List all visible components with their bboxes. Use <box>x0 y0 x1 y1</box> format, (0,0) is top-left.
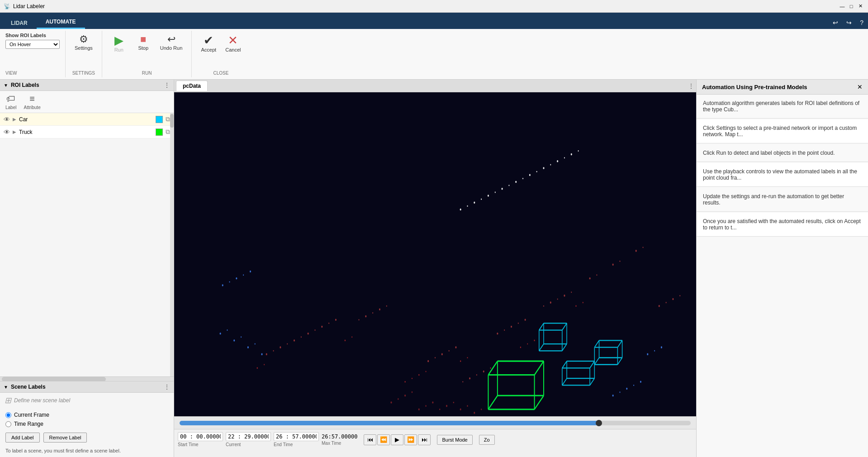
label-row-car[interactable]: 👁 ▶ Car ⧉ <box>0 113 174 126</box>
current-time-field: Current <box>226 432 271 447</box>
undo-run-button[interactable]: ↩ Undo Run <box>157 33 186 52</box>
label-list: 👁 ▶ Car ⧉ 👁 ▶ Truck ⧉ <box>0 113 174 138</box>
car-color-swatch[interactable] <box>156 116 163 123</box>
zoom-button[interactable]: Zo <box>479 435 495 445</box>
tab-lidar[interactable]: LIDAR <box>2 17 37 29</box>
max-time-label: Max Time <box>322 441 341 446</box>
timeline-thumb[interactable] <box>596 420 602 426</box>
truck-label-name: Truck <box>19 129 153 135</box>
svg-point-45 <box>672 298 674 300</box>
svg-point-60 <box>575 305 576 307</box>
add-scene-placeholder: Define new scene label <box>14 397 70 404</box>
tab-automate[interactable]: AUTOMATE <box>37 16 85 29</box>
timeline-fill <box>180 421 599 425</box>
time-range-radio[interactable] <box>5 421 11 427</box>
point-cloud-canvas[interactable] <box>174 92 696 416</box>
svg-point-90 <box>243 274 244 276</box>
label-list-scrollbar[interactable] <box>170 113 174 376</box>
burst-mode-button[interactable]: Burst Mode <box>437 435 472 445</box>
scene-section-header: ▼ Scene Labels ⋮ <box>0 381 174 393</box>
svg-point-28 <box>504 329 505 331</box>
help-button[interactable]: ? <box>857 18 866 27</box>
start-time-input[interactable] <box>178 432 223 441</box>
roi-dropdown[interactable]: On Hover Always Never <box>5 40 60 49</box>
svg-point-78 <box>571 153 572 156</box>
svg-point-107 <box>439 409 440 410</box>
tab-right-controls: ↩ ↪ ? <box>830 18 866 29</box>
attribute-tool[interactable]: ≡ Attribute <box>24 94 40 110</box>
timeline-area: Start Time Current End Time 26:57.00000 … <box>174 416 696 457</box>
timeline-track[interactable] <box>180 421 691 425</box>
label-row-truck[interactable]: 👁 ▶ Truck ⧉ <box>0 126 174 138</box>
go-to-end-button[interactable]: ⏭ <box>418 434 431 445</box>
svg-point-93 <box>619 391 620 393</box>
viewport-tab-pcdata[interactable]: pcData <box>176 81 208 91</box>
prev-frame-button[interactable]: ⏪ <box>377 434 390 445</box>
panel-icon-bar: 🏷 Label ≡ Attribute <box>0 91 174 113</box>
remove-label-button[interactable]: Remove Label <box>43 433 87 443</box>
undo-button[interactable]: ↩ <box>830 18 841 27</box>
scene-more-button[interactable]: ⋮ <box>164 383 170 390</box>
end-time-field: End Time <box>274 432 319 447</box>
svg-point-94 <box>626 388 627 390</box>
svg-point-58 <box>527 343 528 345</box>
play-button[interactable]: ▶ <box>391 434 403 445</box>
tab-bar: LIDAR AUTOMATE ↩ ↪ ? <box>0 13 868 29</box>
roi-section-header: ▼ ROI Labels ⋮ <box>0 80 174 91</box>
svg-point-97 <box>647 353 648 356</box>
time-range-label: Time Range <box>14 421 43 427</box>
current-frame-radio[interactable] <box>5 412 11 418</box>
timeline-slider-bar <box>174 417 696 429</box>
truck-copy-icon[interactable]: ⧉ <box>166 128 170 136</box>
visibility-truck-icon[interactable]: 👁 <box>4 129 10 136</box>
scene-chevron: ▼ <box>4 385 8 390</box>
svg-point-31 <box>525 319 526 321</box>
svg-point-46 <box>679 295 680 296</box>
right-panel-close-button[interactable]: ✕ <box>857 83 863 90</box>
car-chevron: ▶ <box>13 117 16 122</box>
svg-point-98 <box>654 350 655 352</box>
close-button[interactable]: ✕ <box>856 2 864 10</box>
svg-point-87 <box>222 284 223 286</box>
redo-button[interactable]: ↪ <box>844 18 854 27</box>
go-to-start-button[interactable]: ⏮ <box>364 434 376 445</box>
minimize-button[interactable]: — <box>838 2 846 10</box>
end-time-input[interactable] <box>274 432 319 441</box>
add-label-button[interactable]: Add Label <box>5 433 40 443</box>
app-title: Lidar Labeler <box>13 3 45 10</box>
svg-point-76 <box>557 160 558 162</box>
accept-button[interactable]: ✔ Accept <box>197 33 220 54</box>
scene-section-title: Scene Labels <box>11 384 46 390</box>
run-section-label: RUN <box>142 71 152 76</box>
svg-point-10 <box>328 323 329 324</box>
truck-color-swatch[interactable] <box>156 129 163 136</box>
maximize-button[interactable]: □ <box>847 2 855 10</box>
run-button[interactable]: ▶ Run <box>108 33 130 54</box>
left-panel: ▼ ROI Labels ⋮ 🏷 Label ≡ Attribute 👁 ▶ <box>0 80 174 457</box>
viewport-menu-button[interactable]: ⋮ <box>688 82 694 90</box>
label-tool[interactable]: 🏷 Label <box>5 94 16 110</box>
start-time-field: Start Time <box>178 432 223 447</box>
svg-point-85 <box>255 343 256 345</box>
svg-point-29 <box>511 326 512 328</box>
roi-more-button[interactable]: ⋮ <box>164 81 170 89</box>
svg-point-63 <box>467 205 468 207</box>
settings-button[interactable]: ⚙ Settings <box>71 33 96 52</box>
svg-point-8 <box>314 329 315 331</box>
svg-point-19 <box>441 353 443 356</box>
svg-point-12 <box>358 319 359 320</box>
car-copy-icon[interactable]: ⧉ <box>166 115 170 123</box>
time-range-radio-row: Time Range <box>5 421 168 427</box>
svg-point-70 <box>515 181 517 183</box>
horizontal-scrollbar[interactable] <box>0 376 174 381</box>
svg-point-57 <box>520 347 521 348</box>
automation-step-4: Update the settings and re-run the autom… <box>697 188 868 212</box>
current-time-input[interactable] <box>226 432 271 441</box>
svg-point-61 <box>583 302 583 303</box>
undo-run-icon: ↩ <box>167 34 175 44</box>
next-frame-button[interactable]: ⏩ <box>404 434 417 445</box>
stop-button[interactable]: ■ Stop <box>132 33 155 52</box>
visibility-car-icon[interactable]: 👁 <box>4 116 10 123</box>
cancel-button[interactable]: ✕ Cancel <box>222 33 244 54</box>
add-scene-label-row[interactable]: ⊞ Define new scene label <box>0 393 174 408</box>
